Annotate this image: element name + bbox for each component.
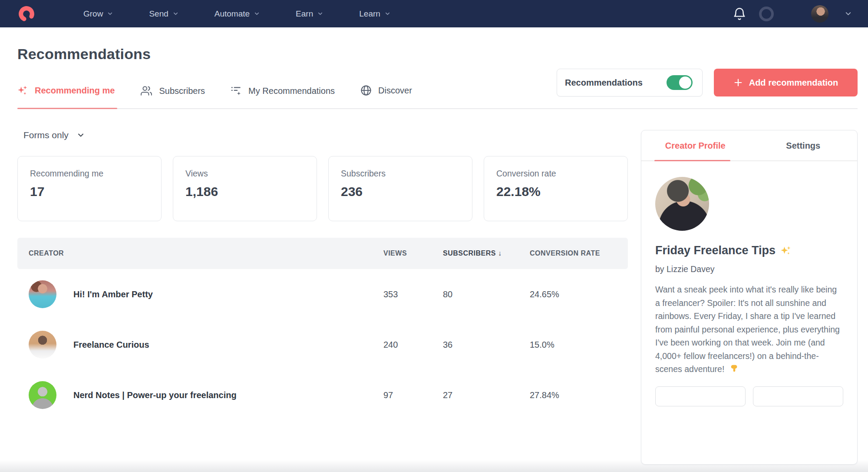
stat-card-views: Views 1,186 (173, 156, 317, 221)
nav-item-label: Automate (215, 9, 250, 19)
main-content: Recommendations Recommending me Subscrib… (0, 46, 868, 465)
pointing-down-emoji (729, 363, 739, 374)
views-value: 353 (383, 289, 443, 299)
chevron-down-icon (254, 10, 260, 17)
subscribers-value: 80 (443, 289, 530, 299)
conversion-rate-value: 27.84% (530, 390, 617, 400)
subscribers-value: 36 (443, 340, 530, 350)
creator-name: Nerd Notes | Power-up your freelancing (73, 390, 237, 400)
stat-value: 17 (30, 184, 149, 199)
convertkit-logo-icon[interactable] (16, 4, 40, 23)
nav-right (732, 5, 852, 23)
list-sparkle-icon (230, 85, 242, 96)
recommendations-toggle-switch[interactable] (667, 75, 693, 90)
recommendations-toggle-card: Recommendations (557, 69, 703, 96)
column-header-subscribers[interactable]: SUBSCRIBERS ↓ (443, 249, 530, 257)
tab-my-recommendations[interactable]: My Recommendations (230, 79, 337, 108)
page-title: Recommendations (17, 46, 858, 63)
column-header-label: SUBSCRIBERS (443, 249, 496, 257)
panel-tab-bar: Creator Profile Settings (641, 130, 857, 161)
creator-profile-title: Friday Freelance Tips (655, 244, 843, 257)
tab-label: Subscribers (159, 86, 205, 96)
creator-description-text: Want a sneak peek into what it's really … (655, 285, 840, 374)
table-row[interactable]: Nerd Notes | Power-up your freelancing 9… (17, 370, 628, 420)
table-header-row: CREATOR VIEWS SUBSCRIBERS ↓ CONVERSION R… (17, 238, 628, 269)
creator-profile-panel: Creator Profile Settings Friday Freelanc… (641, 130, 858, 465)
tab-subscribers[interactable]: Subscribers (140, 79, 208, 108)
globe-icon (360, 84, 372, 96)
nav-item-label: Earn (296, 9, 313, 19)
creator-description: Want a sneak peek into what it's really … (655, 283, 843, 376)
panel-actions (655, 386, 843, 406)
nav-item-send[interactable]: Send (149, 9, 178, 19)
stat-label: Views (185, 169, 304, 179)
recommending-me-section: Forms only Recommending me 17 Views 1,18… (17, 109, 628, 420)
column-header-views[interactable]: VIEWS (383, 249, 443, 257)
tab-label: My Recommendations (248, 86, 335, 96)
table-row[interactable]: Freelance Curious 240 36 15.0% (17, 319, 628, 370)
tab-creator-profile[interactable]: Creator Profile (641, 130, 749, 160)
column-header-conversion-rate[interactable]: CONVERSION RATE (530, 249, 617, 257)
nav-item-learn[interactable]: Learn (359, 9, 391, 19)
stat-value: 1,186 (185, 184, 304, 199)
filter-value: Forms only (23, 130, 69, 140)
creator-avatar (29, 280, 56, 308)
nav-menu: Grow Send Automate Earn Learn (83, 9, 732, 19)
views-value: 240 (383, 340, 443, 350)
tab-recommending-me[interactable]: Recommending me (17, 78, 117, 108)
chevron-down-icon (107, 10, 113, 17)
stats-row: Recommending me 17 Views 1,186 Subscribe… (17, 156, 628, 221)
stat-card-recommending-me: Recommending me 17 (17, 156, 162, 221)
stat-value: 22.18% (496, 184, 615, 199)
sparkles-emoji (780, 245, 792, 257)
stat-label: Subscribers (341, 169, 460, 179)
tab-discover[interactable]: Discover (360, 78, 415, 108)
creator-avatar (29, 381, 56, 409)
views-value: 97 (383, 390, 443, 400)
tab-label: Discover (378, 86, 412, 96)
stat-value: 236 (341, 184, 460, 199)
column-header-creator: CREATOR (29, 249, 383, 257)
conversion-rate-value: 15.0% (530, 340, 617, 350)
status-ring-icon[interactable] (759, 7, 774, 21)
account-chevron-down-icon[interactable] (844, 10, 852, 18)
top-nav: Grow Send Automate Earn Learn (0, 0, 868, 27)
table-row[interactable]: Hi! I'm Amber Petty 353 80 24.65% (17, 269, 628, 319)
chevron-down-icon (317, 10, 323, 17)
nav-item-label: Send (149, 9, 168, 19)
add-recommendation-button[interactable]: Add recommendation (714, 69, 858, 96)
nav-item-label: Grow (83, 9, 103, 19)
stat-card-conversion-rate: Conversion rate 22.18% (484, 156, 628, 221)
tab-label: Recommending me (35, 86, 115, 96)
nav-item-label: Learn (359, 9, 380, 19)
creator-profile-title-text: Friday Freelance Tips (655, 244, 776, 257)
nav-item-automate[interactable]: Automate (215, 9, 260, 19)
sort-descending-arrow: ↓ (498, 249, 502, 257)
creator-byline: by Lizzie Davey (655, 264, 843, 274)
stat-card-subscribers: Subscribers 236 (328, 156, 472, 221)
add-recommendation-label: Add recommendation (749, 78, 838, 88)
plus-icon (733, 78, 743, 87)
sparkles-icon (17, 84, 29, 96)
conversion-rate-value: 24.65% (530, 289, 617, 299)
chevron-down-icon (384, 10, 391, 17)
subscribers-value: 27 (443, 390, 530, 400)
creator-name: Freelance Curious (73, 340, 149, 350)
forms-only-dropdown[interactable]: Forms only (23, 130, 85, 140)
chevron-down-icon (172, 10, 179, 17)
nav-item-earn[interactable]: Earn (296, 9, 323, 19)
user-avatar[interactable] (811, 5, 828, 23)
creator-avatar (29, 331, 56, 359)
chevron-down-icon (76, 131, 85, 140)
panel-action-button[interactable] (655, 386, 746, 406)
creators-table: CREATOR VIEWS SUBSCRIBERS ↓ CONVERSION R… (17, 238, 628, 420)
notifications-bell-icon[interactable] (732, 6, 747, 22)
users-icon (140, 85, 153, 96)
tab-bar: Recommending me Subscribers My Recommend… (17, 78, 858, 109)
tab-settings[interactable]: Settings (749, 130, 858, 160)
creator-name: Hi! I'm Amber Petty (73, 289, 153, 299)
creator-profile-avatar (655, 177, 709, 231)
nav-item-grow[interactable]: Grow (83, 9, 113, 19)
toggle-label: Recommendations (565, 78, 643, 88)
panel-action-button[interactable] (753, 386, 843, 406)
